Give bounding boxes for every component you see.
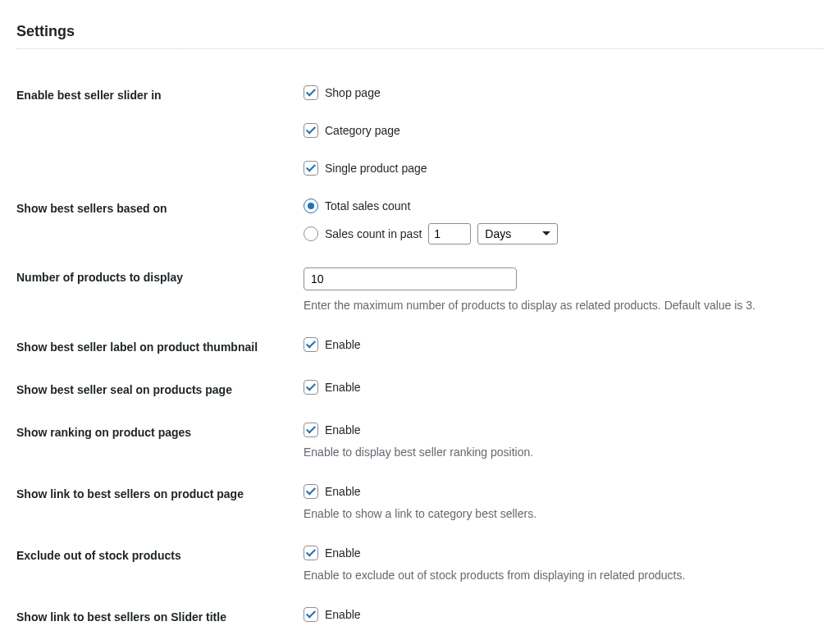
ranking-desc: Enable to display best seller ranking po… xyxy=(304,444,815,461)
num-products-input[interactable] xyxy=(304,267,517,290)
single-product-page-checkbox[interactable] xyxy=(304,161,318,176)
category-page-checkbox[interactable] xyxy=(304,123,318,138)
link-slider-checkbox[interactable] xyxy=(304,607,318,622)
label-thumbnail-checkbox[interactable] xyxy=(304,337,318,352)
sales-past-radio[interactable] xyxy=(304,226,318,241)
divider xyxy=(16,48,824,49)
settings-table: Enable best seller slider in Shop page C… xyxy=(16,74,824,626)
exclude-oos-desc: Enable to exclude out of stock products … xyxy=(304,567,815,584)
shop-page-checkbox[interactable] xyxy=(304,85,318,100)
exclude-oos-checkbox[interactable] xyxy=(304,546,318,560)
ranking-label: Show ranking on product pages xyxy=(16,411,304,473)
shop-page-option[interactable]: Shop page xyxy=(304,85,815,100)
seal-page-checkbox[interactable] xyxy=(304,380,318,395)
page-title: Settings xyxy=(16,23,824,40)
exclude-oos-option[interactable]: Enable xyxy=(304,546,815,560)
label-thumbnail-label: Show best seller label on product thumbn… xyxy=(16,326,304,368)
num-products-label: Number of products to display xyxy=(16,256,304,326)
label-thumbnail-option[interactable]: Enable xyxy=(304,337,815,352)
ranking-checkbox[interactable] xyxy=(304,423,318,437)
label-thumbnail-enable: Enable xyxy=(325,338,361,351)
total-sales-text: Total sales count xyxy=(325,199,410,212)
sales-past-text: Sales count in past xyxy=(325,227,422,240)
link-slider-option[interactable]: Enable xyxy=(304,607,815,622)
link-product-checkbox[interactable] xyxy=(304,484,318,499)
sales-past-value-input[interactable] xyxy=(428,223,471,244)
ranking-option[interactable]: Enable xyxy=(304,423,815,437)
link-slider-enable: Enable xyxy=(325,608,361,621)
based-on-label: Show best sellers based on xyxy=(16,187,304,256)
exclude-oos-label: Exclude out of stock products xyxy=(16,534,304,596)
single-product-page-text: Single product page xyxy=(325,162,427,175)
exclude-oos-enable: Enable xyxy=(325,546,361,560)
link-slider-label: Show link to best sellers on Slider titl… xyxy=(16,596,304,626)
link-product-label: Show link to best sellers on product pag… xyxy=(16,473,304,534)
category-page-option[interactable]: Category page xyxy=(304,123,815,138)
seal-page-option[interactable]: Enable xyxy=(304,380,815,395)
single-product-page-option[interactable]: Single product page xyxy=(304,161,815,176)
link-product-option[interactable]: Enable xyxy=(304,484,815,499)
shop-page-text: Shop page xyxy=(325,86,381,99)
sales-past-unit-select[interactable]: Days xyxy=(477,223,558,244)
category-page-text: Category page xyxy=(325,124,400,137)
ranking-enable: Enable xyxy=(325,423,361,436)
total-sales-radio[interactable] xyxy=(304,199,318,213)
link-product-enable: Enable xyxy=(325,485,361,498)
seal-page-label: Show best seller seal on products page xyxy=(16,368,304,411)
num-products-desc: Enter the maximum number of products to … xyxy=(304,297,815,314)
enable-slider-label: Enable best seller slider in xyxy=(16,74,304,187)
seal-page-enable: Enable xyxy=(325,381,361,394)
link-product-desc: Enable to show a link to category best s… xyxy=(304,505,815,523)
